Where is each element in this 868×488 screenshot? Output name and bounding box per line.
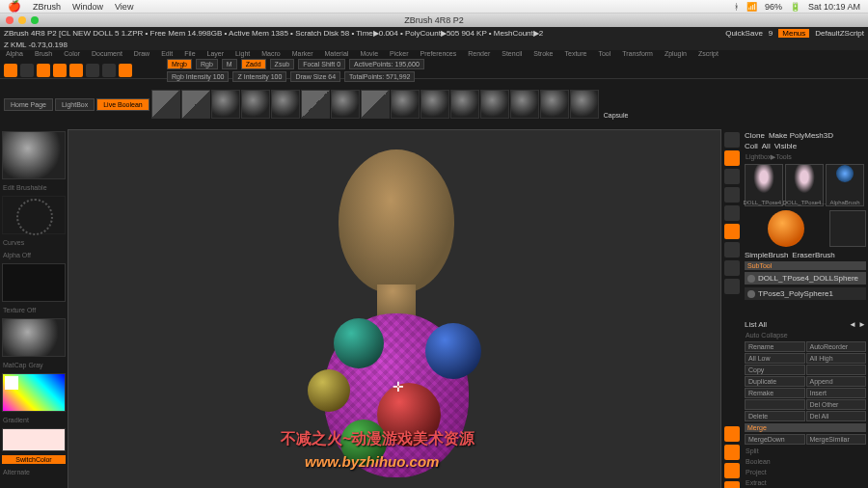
material-slot[interactable]	[2, 318, 66, 357]
rename-button[interactable]: Rename	[745, 341, 805, 352]
apple-icon[interactable]: 🍎	[8, 0, 21, 13]
divider-icon[interactable]	[724, 132, 740, 148]
z-intensity[interactable]: Z Intensity 100	[232, 71, 286, 82]
quicksave-button[interactable]: QuickSave	[725, 29, 763, 38]
texture-label[interactable]: Texture Off	[2, 306, 66, 314]
duplicate-button[interactable]: Duplicate	[745, 376, 805, 387]
bpr-button[interactable]	[724, 150, 740, 166]
zsub-toggle[interactable]: Zsub	[270, 59, 295, 69]
toolbar-btn-6[interactable]	[102, 64, 116, 77]
menu-zscript[interactable]: Zscript	[696, 50, 720, 62]
all-low-button[interactable]: All Low	[745, 353, 805, 364]
bluetooth-icon[interactable]: ᚼ	[734, 2, 739, 12]
tool-thumb-2[interactable]: DOLL_TPose4...	[785, 164, 824, 206]
local-icon[interactable]	[724, 279, 740, 294]
menus-toggle[interactable]: Menus	[778, 29, 809, 38]
draw-size[interactable]: Draw Size 64	[290, 71, 340, 82]
toolbar-btn-7[interactable]	[119, 64, 132, 77]
visibility-icon[interactable]	[747, 290, 755, 298]
floor-icon[interactable]	[724, 260, 740, 276]
menu-zplugin[interactable]: Zplugin	[663, 50, 689, 62]
move-icon[interactable]	[724, 445, 740, 460]
persp-icon[interactable]	[724, 242, 740, 258]
menu-render[interactable]: Render	[466, 50, 492, 62]
tab-home[interactable]: Home Page	[4, 98, 53, 111]
tool-thumb-3[interactable]: AlphaBrush	[826, 164, 864, 206]
zadd-toggle[interactable]: Zadd	[241, 59, 266, 69]
project-header[interactable]: Project	[745, 468, 866, 476]
menu-alpha[interactable]: Alpha	[4, 50, 25, 62]
menu-window[interactable]: Window	[72, 2, 103, 12]
brush-thumb[interactable]	[331, 90, 360, 119]
brush-thumb[interactable]	[301, 90, 330, 119]
brush-thumb[interactable]	[151, 90, 180, 119]
zoom-icon[interactable]	[724, 187, 740, 203]
brush-thumb[interactable]	[271, 90, 300, 119]
toolbar-btn-5[interactable]	[86, 64, 99, 77]
battery-icon[interactable]: 🔋	[790, 2, 800, 12]
brush-thumb[interactable]	[420, 90, 449, 119]
brush-thumb[interactable]	[510, 90, 539, 119]
rgb-toggle[interactable]: Rgb	[196, 59, 218, 69]
menu-view[interactable]: View	[115, 2, 133, 12]
boolean-header[interactable]: Boolean	[745, 457, 866, 466]
brush-thumb[interactable]	[570, 90, 599, 119]
del-other-button[interactable]: Del Other	[806, 399, 867, 410]
extract-header[interactable]: Extract	[745, 478, 866, 487]
del-all-button[interactable]: Del All	[806, 411, 867, 421]
visibility-icon[interactable]	[747, 275, 755, 283]
copy-button[interactable]: Copy	[745, 365, 805, 375]
brush-thumb[interactable]	[480, 90, 509, 119]
scale-icon[interactable]	[724, 463, 740, 478]
autoreorder-button[interactable]: AutoReorder	[806, 341, 867, 352]
visible-button[interactable]: Visible	[774, 142, 797, 150]
alternate-btn[interactable]: Alternate	[2, 468, 66, 476]
merge-header[interactable]: Merge	[745, 423, 866, 432]
clone-button[interactable]: Clone	[745, 131, 765, 140]
toolbar-btn-4[interactable]	[69, 64, 83, 77]
m-toggle[interactable]: M	[222, 59, 237, 69]
lightbox-tools-label[interactable]: Lightbox▶Tools	[745, 152, 866, 162]
aahalf-icon[interactable]	[724, 224, 740, 239]
alpha-label[interactable]: Alpha Off	[2, 251, 66, 259]
make-polymesh-button[interactable]: Make PolyMesh3D	[769, 131, 833, 140]
focal-shift[interactable]: Focal Shift 0	[298, 59, 345, 69]
split-header[interactable]: Split	[745, 447, 866, 455]
brush-thumb[interactable]	[450, 90, 479, 119]
menu-document[interactable]: Document	[90, 50, 124, 62]
brush-preview[interactable]	[2, 131, 66, 179]
brush-thumb[interactable]	[540, 90, 569, 119]
close-icon[interactable]	[6, 16, 14, 24]
subtool-item[interactable]: TPose3_PolySphere1	[745, 287, 866, 301]
brush-thumb[interactable]	[391, 90, 420, 119]
menu-draw[interactable]: Draw	[132, 50, 151, 62]
merge-similar-button[interactable]: MergeSimilar	[806, 434, 867, 445]
menu-brush[interactable]: Brush	[33, 50, 54, 62]
append-button[interactable]: Append	[806, 376, 867, 387]
menu-transform[interactable]: Transform	[620, 50, 655, 62]
rgb-intensity[interactable]: Rgb Intensity 100	[167, 71, 229, 82]
brush-thumb[interactable]	[181, 90, 210, 119]
wifi-icon[interactable]: 📶	[746, 2, 757, 12]
delete-button[interactable]: Delete	[745, 411, 805, 421]
actual-icon[interactable]	[724, 205, 740, 221]
toolbar-btn-2[interactable]	[37, 64, 50, 77]
zoom-icon[interactable]	[31, 16, 39, 24]
subtool-current[interactable]: DOLL_TPose4_DOLLSphere	[745, 272, 866, 285]
brush-thumb[interactable]	[361, 90, 390, 119]
projection-master-icon[interactable]	[4, 64, 17, 77]
merge-down-button[interactable]: MergeDown	[745, 434, 805, 445]
project-name[interactable]: DefaultZScript	[815, 29, 864, 38]
menu-stroke[interactable]: Stroke	[531, 50, 555, 62]
app-name[interactable]: ZBrush	[33, 2, 61, 12]
scroll-icon[interactable]	[724, 169, 740, 184]
brush-thumb[interactable]	[211, 90, 240, 119]
paste-button[interactable]	[806, 365, 867, 375]
menu-texture[interactable]: Texture	[562, 50, 588, 62]
switch-color-btn[interactable]: SwitchColor	[2, 455, 66, 464]
all-button[interactable]: All	[762, 142, 771, 150]
menu-stencil[interactable]: Stencil	[500, 50, 524, 62]
menu-tool[interactable]: Tool	[596, 50, 612, 62]
tab-lightbox[interactable]: LightBox	[55, 98, 95, 111]
auto-collapse[interactable]: Auto Collapse	[745, 331, 866, 339]
